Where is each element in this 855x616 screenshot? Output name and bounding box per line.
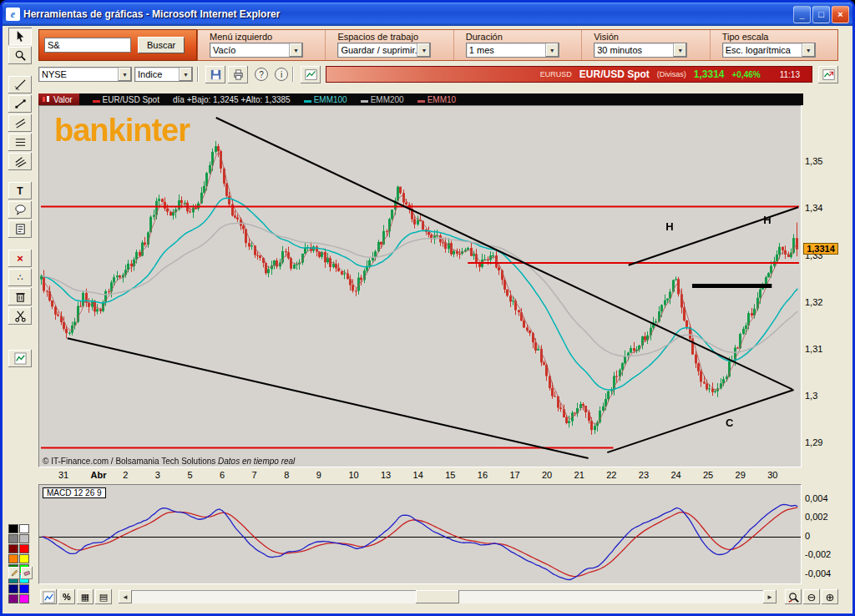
legend-valor-button[interactable]: Valor	[38, 93, 79, 105]
indicator-tool-button[interactable]	[8, 350, 32, 367]
date-tick-label: 23	[639, 470, 649, 480]
color-swatch[interactable]	[8, 584, 18, 593]
comment-tool-button[interactable]	[8, 201, 32, 219]
date-tick-label: 21	[574, 470, 584, 480]
crosshair-tool-button[interactable]	[8, 76, 32, 93]
pencil-tool-button[interactable]	[8, 567, 20, 579]
cut-icon	[14, 310, 27, 322]
data-table-icon: ▤	[99, 592, 108, 603]
scroll-left-button[interactable]: ◄	[119, 590, 132, 603]
macd-canvas[interactable]	[39, 485, 801, 583]
zoom-out-tool-button[interactable]: ⊖	[803, 589, 820, 604]
date-tick-label: 20	[542, 470, 552, 480]
detach-chart-button[interactable]	[818, 66, 838, 83]
data-table-tool-button[interactable]: ▤	[95, 589, 112, 604]
price-tick-label: 1,35	[805, 156, 822, 166]
text-tool-button[interactable]: T	[8, 182, 32, 199]
parallel-channel-tool-button[interactable]	[8, 114, 32, 132]
chart-settings-tool-button[interactable]	[40, 589, 57, 604]
color-swatch[interactable]	[8, 534, 18, 543]
last-price-badge: 1,3314	[803, 243, 838, 255]
workspace-select[interactable]: Guardar / suprimir... ▼	[337, 43, 431, 58]
save-button[interactable]	[205, 66, 225, 83]
help-button[interactable]: ?	[255, 68, 268, 81]
pitchfork-tool-button[interactable]	[8, 153, 32, 170]
price-tick-label: 1,29	[805, 437, 822, 447]
search-button[interactable]: Buscar	[138, 37, 185, 53]
candle-icon	[42, 95, 50, 104]
legend-emm200: EMM200	[361, 95, 404, 104]
color-swatch[interactable]	[19, 524, 29, 533]
scrollbar-track[interactable]	[132, 590, 763, 603]
style-tools	[8, 567, 33, 579]
zoom-tool-button[interactable]	[8, 47, 32, 64]
chevron-down-icon[interactable]: ▼	[545, 43, 559, 57]
quote-panel-button[interactable]	[301, 66, 321, 83]
color-swatch[interactable]	[8, 594, 18, 603]
left-menu-select[interactable]: Vacío ▼	[210, 43, 303, 58]
zoom-hand-tool-button[interactable]	[785, 589, 802, 604]
color-swatch[interactable]	[8, 544, 18, 553]
color-swatch[interactable]	[8, 554, 18, 563]
browser-window: e Herramientas de gráficas - Microsoft I…	[0, 0, 855, 616]
chevron-down-icon[interactable]: ▼	[802, 43, 815, 57]
minimize-button[interactable]: _	[793, 6, 811, 23]
date-tick-label: 13	[381, 470, 391, 480]
color-swatch[interactable]	[8, 524, 18, 533]
scrollbar-thumb[interactable]	[416, 590, 459, 603]
ticker-type: (Divisas)	[657, 70, 686, 78]
info-button[interactable]: i	[275, 68, 288, 81]
color-swatch[interactable]	[19, 594, 29, 603]
close-button[interactable]: ×	[832, 6, 849, 23]
print-button[interactable]	[228, 66, 248, 83]
search-input[interactable]	[44, 38, 131, 53]
date-tick-label: 6	[220, 470, 225, 480]
separator	[197, 67, 199, 82]
trend-line-tool-button[interactable]	[8, 95, 32, 113]
zoom-in-tool-button[interactable]: ⊕	[822, 589, 838, 604]
chevron-down-icon[interactable]: ▼	[179, 68, 192, 81]
notes-tool-button[interactable]	[8, 220, 32, 238]
bankinter-watermark: bankinter	[54, 113, 190, 149]
category-select[interactable]: Indice ▼	[134, 67, 193, 82]
cut-tool-button[interactable]	[8, 307, 32, 325]
legend-emm100: EMM100	[304, 95, 347, 104]
percent-tool-button[interactable]: %	[58, 589, 75, 604]
chevron-down-icon[interactable]: ▼	[673, 43, 686, 57]
timeframe-select[interactable]: 30 minutos ▼	[594, 43, 687, 58]
data-grid-tool-button[interactable]: ▦	[77, 589, 94, 604]
fibonacci-tool-button[interactable]	[8, 134, 32, 151]
price-tick-label: 1,31	[805, 344, 822, 354]
points-tool-button[interactable]: ∴	[8, 269, 32, 286]
bottom-right-tools: ⊖⊕	[783, 589, 838, 604]
zoom-out-icon: ⊖	[807, 591, 817, 603]
eraser-tool-button[interactable]	[21, 567, 33, 579]
indicator-icon	[14, 352, 27, 365]
price-chart-canvas[interactable]	[39, 106, 801, 467]
search-panel: Buscar	[38, 29, 197, 61]
color-swatch[interactable]	[19, 544, 29, 553]
ticker-time: 11:13	[780, 70, 800, 79]
color-swatch[interactable]	[19, 584, 29, 593]
maximize-button[interactable]: □	[812, 6, 830, 23]
pointer-tool-button[interactable]	[8, 28, 32, 45]
chevron-down-icon[interactable]: ▼	[289, 43, 302, 57]
scroll-right-button[interactable]: ►	[763, 590, 777, 603]
scale-select[interactable]: Esc. logarítmica ▼	[722, 43, 816, 58]
chevron-down-icon[interactable]: ▼	[118, 68, 131, 81]
title-bar[interactable]: e Herramientas de gráficas - Microsoft I…	[3, 3, 852, 26]
price-tick-label: 1,32	[805, 297, 822, 307]
price-ticker[interactable]: EURUSD EUR/USD Spot (Divisas) 1,3314 +0,…	[326, 66, 812, 83]
delete-tool-button[interactable]: ×	[8, 250, 32, 267]
color-swatch[interactable]	[19, 554, 29, 563]
notes-icon	[14, 223, 27, 235]
duration-select[interactable]: 1 mes ▼	[466, 43, 559, 58]
app-content: T×∴ Buscar Menú izquierdo Vacío ▼ Espac	[3, 26, 852, 613]
ticker-name: EUR/USD Spot	[579, 68, 650, 80]
chevron-down-icon[interactable]: ▼	[417, 43, 430, 57]
exchange-select[interactable]: NYSE ▼	[38, 67, 132, 82]
color-swatch[interactable]	[19, 534, 29, 543]
trash-tool-button[interactable]	[8, 288, 32, 305]
chart-scrollbar[interactable]: ◄ ►	[119, 590, 777, 603]
ticker-symbol: EURUSD	[540, 70, 572, 78]
